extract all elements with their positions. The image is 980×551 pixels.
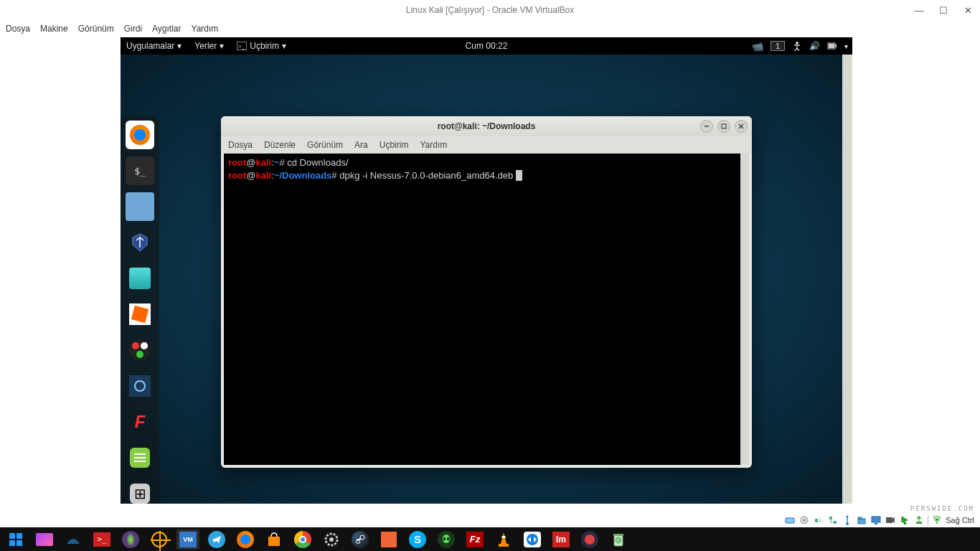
volume-icon[interactable]: 🔊 [809,41,820,51]
vb-shared-icon[interactable] [856,514,867,526]
svg-rect-23 [886,517,892,523]
chevron-down-icon: ▾ [220,41,224,51]
svg-rect-30 [268,537,280,546]
terminal-titlebar[interactable]: root@kali: ~/Downloads [221,116,752,136]
terminal-body[interactable]: root@kali:~# cd Downloads/ root@kali:~/D… [224,154,749,465]
vb-menu-aygitlar[interactable]: Aygıtlar [152,24,181,34]
kali-applications-menu[interactable]: Uygulamalar ▾ [126,41,182,51]
term-menu-ara[interactable]: Ara [354,140,368,150]
virtualbox-title: Linux Kali [Çalışıyor] - Oracle VM Virtu… [406,5,575,15]
vb-menu-dosya[interactable]: Dosya [6,24,30,34]
dock-firefox-icon[interactable] [126,121,154,149]
vb-hostkey-label: Sağ Ctrl [946,516,977,524]
vb-close-button[interactable]: ✕ [956,0,980,20]
guest-scrollbar[interactable] [842,55,852,504]
terminal-line: root@kali:~# cd Downloads/ [228,156,745,169]
tb-store-icon[interactable] [263,529,286,550]
tb-virtualbox-icon[interactable]: VM [176,529,199,550]
kali-clock[interactable]: Cum 00:22 [466,41,508,51]
tb-teamviewer-icon[interactable] [521,529,544,550]
svg-rect-15 [834,521,837,524]
tb-im-icon[interactable]: Im [550,529,573,550]
dock-terminal-icon[interactable]: $_ [126,156,154,185]
vb-hdd-icon[interactable] [784,514,796,526]
chevron-down-icon[interactable]: ▾ [844,42,848,50]
chevron-down-icon: ▾ [177,41,182,51]
vb-audio-icon[interactable] [813,514,824,526]
dock-files-icon[interactable] [126,192,154,221]
vb-menu-girdi[interactable]: Girdi [124,24,142,34]
vb-maximize-button[interactable]: ☐ [931,0,956,20]
vb-minimize-button[interactable]: — [907,0,931,20]
svg-rect-14 [829,517,832,519]
tb-filezilla-icon[interactable]: Fz [463,529,486,550]
tb-taskview-icon[interactable] [33,529,56,550]
svg-rect-7 [722,124,726,128]
workspace-indicator[interactable]: 1 [771,41,785,51]
tb-settings-icon[interactable] [320,529,343,550]
vb-menu-gorunum[interactable]: Görünüm [78,24,114,34]
kali-app-indicator[interactable]: >_ Uçbirim ▾ [237,41,286,51]
virtualbox-titlebar: Linux Kali [Çalışıyor] - Oracle VM Virtu… [0,0,980,20]
svg-rect-20 [858,517,862,519]
tb-trash-icon[interactable] [607,529,630,550]
term-menu-gorunum[interactable]: Görünüm [307,140,343,150]
dock-recorder-icon[interactable] [126,336,154,364]
tb-app-icon[interactable] [377,529,400,550]
tb-vlc-icon[interactable] [492,529,515,550]
dock-burp-icon[interactable] [126,300,154,329]
tb-alien-icon[interactable] [435,529,458,550]
kali-dock: $_ F ⊞ [121,116,159,504]
tb-terminal-icon[interactable]: >_ [90,529,113,550]
svg-point-18 [847,516,849,518]
camera-icon[interactable]: 📹 [752,41,763,52]
dock-zenmap-icon[interactable] [126,372,154,400]
terminal-title: root@kali: ~/Downloads [438,121,536,131]
term-menu-duzenle[interactable]: Düzenle [264,140,296,150]
terminal-maximize-button[interactable] [717,120,730,133]
tb-tor-icon[interactable] [119,529,142,550]
dock-metasploit-icon[interactable] [126,228,154,257]
vb-menu-makine[interactable]: Makine [40,24,68,34]
dock-armitage-icon[interactable] [126,264,154,293]
vb-record-icon[interactable] [885,514,896,526]
terminal-command: cd Downloads/ [287,157,348,168]
vb-hostkey-icon[interactable] [931,514,943,526]
kali-places-menu[interactable]: Yerler ▾ [194,41,224,51]
svg-rect-24 [916,522,922,524]
terminal-scrollbar[interactable] [740,154,749,465]
svg-point-2 [796,42,798,44]
tb-chrome-icon[interactable] [291,529,314,550]
tb-start-button[interactable] [4,529,27,550]
terminal-menubar: Dosya Düzenle Görünüm Ara Uçbirim Yardım [221,136,752,154]
accessibility-icon[interactable] [792,41,802,51]
term-menu-dosya[interactable]: Dosya [228,140,253,150]
vb-usb-icon[interactable] [842,514,853,526]
tb-telegram-icon[interactable] [205,529,228,550]
terminal-close-button[interactable] [735,120,748,133]
dock-faraday-icon[interactable]: F [126,408,154,436]
svg-rect-28 [9,540,15,546]
vb-keyboard-icon[interactable] [913,514,925,526]
dock-tweaks-icon[interactable]: ⊞ [126,479,154,504]
terminal-minimize-button[interactable] [700,120,713,133]
vb-network-icon[interactable] [827,514,839,526]
dock-leafpad-icon[interactable] [126,443,154,472]
vb-mouse-icon[interactable] [899,514,910,526]
vb-menu-yardim[interactable]: Yardım [192,24,219,34]
vb-display-icon[interactable] [870,514,882,526]
battery-icon[interactable] [827,42,837,50]
tb-steam-icon[interactable] [349,529,372,550]
svg-rect-25 [934,517,940,519]
term-menu-ucbirim[interactable]: Uçbirim [380,140,409,150]
term-menu-yardim[interactable]: Yardım [420,140,447,150]
tb-wireshark-icon[interactable] [62,529,85,550]
tb-target-icon[interactable] [148,529,171,550]
tb-app2-icon[interactable] [578,529,601,550]
vb-cd-icon[interactable] [798,514,810,526]
terminal-icon: >_ [237,42,247,50]
tb-skype-icon[interactable]: S [406,529,429,550]
svg-rect-39 [502,536,506,538]
windows-taskbar: >_ VM S Fz Im [0,527,980,551]
tb-firefox-icon[interactable] [234,529,257,550]
